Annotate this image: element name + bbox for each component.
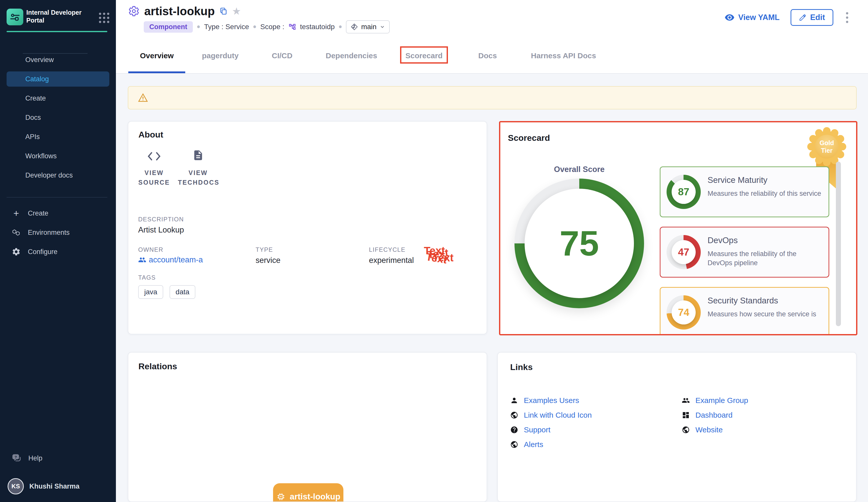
link-cloud-icon[interactable]: Link with Cloud Icon — [510, 411, 592, 420]
scorecard-item-name: Service Maturity — [707, 175, 767, 185]
scope-tree-icon — [289, 23, 296, 31]
tag-chip[interactable]: java — [138, 285, 163, 299]
score-ring: 87 — [666, 175, 701, 209]
type-text: Type : Service — [204, 23, 249, 31]
kind-badge[interactable]: Component — [144, 21, 193, 33]
sidebar-actions: + Create Environments Configure — [0, 204, 116, 261]
sidebar-user[interactable]: KS Khushi Sharma — [8, 478, 80, 494]
scorecard-item-service-maturity[interactable]: 87 Service Maturity Measures the reliabi… — [660, 167, 829, 217]
sidebar-item-catalog[interactable]: Catalog — [7, 71, 109, 87]
tab-cicd[interactable]: CI/CD — [272, 38, 292, 73]
tab-scorecard[interactable]: Scorecard — [405, 38, 443, 73]
sidebar-item-label: Overview — [25, 56, 54, 64]
star-icon[interactable]: ★ — [232, 6, 241, 16]
link-website[interactable]: Website — [682, 425, 748, 434]
sidebar-help[interactable]: ? Help — [12, 453, 42, 463]
field-label: DESCRIPTION — [138, 216, 184, 223]
brand[interactable]: Internal Developer Portal — [7, 9, 109, 25]
branch-select[interactable]: main — [346, 20, 390, 33]
view-yaml-button[interactable]: View YAML — [724, 12, 779, 22]
score-value: 87 — [678, 186, 689, 198]
view-techdocs-action[interactable]: VIEW TECHDOCS — [178, 149, 218, 187]
globe-icon — [510, 440, 518, 449]
scorecard-title: Scorecard — [508, 133, 550, 143]
tab-pagerduty[interactable]: pagerduty — [202, 38, 239, 73]
relations-node-artist-lookup[interactable]: artist-lookup — [273, 483, 343, 502]
link-dashboard[interactable]: Dashboard — [682, 411, 748, 420]
link-label: Example Group — [695, 396, 748, 405]
tab-dependencies[interactable]: Dependencies — [326, 38, 377, 73]
avatar: KS — [8, 478, 24, 494]
tab-label: CI/CD — [272, 51, 292, 60]
sidebar-item-create[interactable]: Create — [0, 89, 116, 108]
sidebar-item-apis[interactable]: APIs — [0, 127, 116, 147]
eye-icon — [724, 12, 735, 22]
sidebar-action-label: Environments — [28, 229, 70, 237]
header-actions: View YAML Edit — [724, 8, 850, 27]
sidebar-action-configure[interactable]: Configure — [0, 242, 116, 261]
brand-underline — [7, 31, 107, 32]
description-field: DESCRIPTION Artist Lookup — [138, 216, 184, 234]
scorecard-item-security-standards[interactable]: 74 Security Standards Measures how secur… — [660, 287, 829, 335]
view-yaml-label: View YAML — [738, 13, 779, 22]
document-icon — [192, 149, 204, 162]
tab-overview[interactable]: Overview — [140, 38, 174, 73]
links-column-right: Example Group Dashboard Website — [682, 396, 748, 434]
sidebar-item-label: Developer docs — [25, 171, 73, 179]
tab-docs[interactable]: Docs — [478, 38, 497, 73]
about-title: About — [138, 130, 163, 140]
about-card: About VIEW SOURCE VIEW TECHDOCS DESCRIPT… — [128, 121, 487, 334]
tier-line1: Gold — [820, 139, 834, 147]
tab-label: Overview — [140, 51, 174, 60]
warning-icon — [138, 93, 148, 103]
owner-link[interactable]: account/team-a — [138, 255, 203, 264]
scope-value: testautoidp — [300, 23, 335, 31]
sidebar-action-label: Configure — [28, 248, 58, 256]
sidebar-action-environments[interactable]: Environments — [0, 223, 116, 242]
sidebar-item-developer-docs[interactable]: Developer docs — [0, 165, 116, 185]
sidebar-action-label: Create — [28, 210, 48, 217]
pencil-icon — [799, 14, 806, 21]
kebab-menu-icon[interactable] — [845, 11, 850, 24]
branch-label: main — [361, 23, 376, 31]
help-bubble-icon: ? — [12, 453, 22, 463]
overall-score-ring: 75 — [515, 179, 644, 308]
links-card: Links Examples Users Link with Cloud Ico… — [497, 352, 857, 502]
field-label: LIFECYCLE — [369, 246, 414, 253]
app-grid-icon[interactable] — [99, 13, 109, 23]
main: artist-lookup ★ Component • Type : Servi… — [116, 0, 868, 502]
tag-chip[interactable]: data — [169, 285, 196, 299]
link-support[interactable]: Support — [510, 425, 592, 434]
sidebar-item-overview[interactable]: Overview — [0, 50, 116, 69]
code-icon — [147, 151, 161, 162]
scrollbar-thumb[interactable] — [836, 162, 841, 326]
score-value: 74 — [678, 307, 689, 318]
link-label: Website — [695, 425, 723, 434]
gear-icon — [12, 247, 21, 256]
warning-banner — [128, 86, 857, 109]
help-circle-icon — [510, 426, 518, 434]
link-examples-users[interactable]: Examples Users — [510, 396, 592, 405]
tier-line2: Tier — [821, 147, 833, 154]
tab-harness-api-docs[interactable]: Harness API Docs — [531, 38, 596, 73]
relations-node-label: artist-lookup — [290, 492, 340, 502]
scorecard-card: Scorecard — [499, 121, 857, 335]
sidebar-item-label: APIs — [25, 133, 40, 141]
sidebar-item-workflows[interactable]: Workflows — [0, 147, 116, 165]
globe-icon — [682, 426, 690, 434]
copy-icon[interactable] — [219, 7, 227, 15]
scorecard-item-name: Security Standards — [707, 296, 778, 305]
owner-value: account/team-a — [149, 255, 203, 264]
user-name: Khushi Sharma — [29, 482, 80, 490]
overall-score-label: Overall Score — [534, 165, 625, 174]
sidebar-action-create[interactable]: + Create — [0, 204, 116, 223]
description-value: Artist Lookup — [138, 225, 184, 234]
link-example-group[interactable]: Example Group — [682, 396, 748, 405]
score-value: 47 — [678, 247, 689, 258]
hexagons-icon — [12, 229, 21, 237]
scorecard-item-devops[interactable]: 47 DevOps Measures the reliability of th… — [660, 227, 829, 278]
edit-button[interactable]: Edit — [790, 9, 833, 26]
link-alerts[interactable]: Alerts — [510, 440, 592, 449]
sidebar-item-docs[interactable]: Docs — [0, 108, 116, 127]
view-source-action[interactable]: VIEW SOURCE — [134, 151, 174, 187]
